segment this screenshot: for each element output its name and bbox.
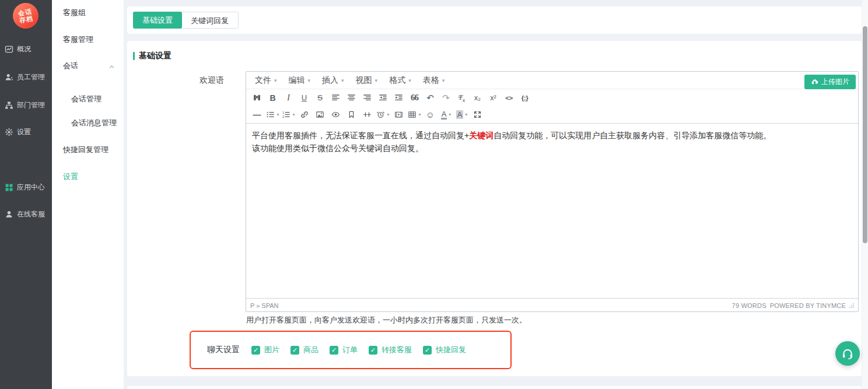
fullscreen-button[interactable] [470, 108, 485, 122]
sidebar-item-staff[interactable]: 员工管理 [0, 72, 52, 82]
blockquote-icon: 66 [411, 93, 418, 103]
image-button[interactable] [313, 108, 327, 122]
link-icon [300, 110, 309, 119]
smiley-icon: ☺ [426, 110, 435, 120]
undo-button[interactable]: ↶ [423, 91, 438, 105]
sub-item-session[interactable]: 会话 [63, 61, 78, 71]
chat-option-order[interactable]: ✓ 订单 [330, 345, 358, 355]
horizontal-rule-button[interactable]: — [250, 108, 264, 122]
background-color-button[interactable]: A▾ [454, 108, 469, 122]
remove-format-button[interactable]: Tx [454, 91, 469, 105]
sub-item-service-management[interactable]: 客服管理 [63, 34, 93, 45]
sidebar-item-label: 设置 [17, 127, 31, 137]
element-path[interactable]: P » SPAN [250, 302, 279, 309]
code-sample-button[interactable]: {;} [517, 91, 532, 105]
checkbox-checked-icon[interactable]: ✓ [423, 346, 432, 355]
sidebar-item-online-service[interactable]: 在线客服 [0, 209, 52, 219]
search-replace-button[interactable] [250, 91, 264, 105]
scrollbar-thumb[interactable] [863, 26, 867, 243]
code-icon: <> [505, 94, 512, 101]
tab-basic-settings[interactable]: 基础设置 [133, 12, 182, 29]
strikethrough-button[interactable]: S [313, 91, 327, 105]
sidebar-item-settings[interactable]: 设置 [0, 127, 52, 137]
chat-option-image[interactable]: ✓ 图片 [251, 345, 279, 355]
chat-option-transfer[interactable]: ✓ 转接客服 [369, 345, 412, 355]
align-center-button[interactable] [344, 91, 359, 105]
overview-icon [5, 45, 13, 54]
indent-icon [394, 93, 403, 102]
tab-bar: 基础设置 关键词回复 [133, 12, 239, 29]
media-button[interactable] [391, 108, 406, 122]
binoculars-icon [253, 93, 261, 102]
text-color-button[interactable]: A▾ [439, 108, 453, 122]
align-left-button[interactable] [328, 91, 343, 105]
sub-item-quick-reply-management[interactable]: 快捷回复管理 [63, 145, 108, 155]
chevron-down-icon: ▾ [276, 112, 279, 117]
editor-paragraph: 该功能使用类似于微信公众号关键词自动回复。 [252, 142, 852, 155]
sidebar-item-app-center[interactable]: 应用中心 [0, 183, 52, 192]
sub-item-service-group[interactable]: 客服组 [63, 8, 86, 18]
subscript-button[interactable]: x₂ [470, 91, 485, 105]
tab-keyword-reply[interactable]: 关键词回复 [181, 12, 239, 29]
sub-item-session-message-management[interactable]: 会话消息管理 [71, 118, 117, 128]
chevron-down-icon: ▾ [274, 78, 277, 83]
underline-button[interactable]: U [297, 91, 312, 105]
chat-option-quick-reply[interactable]: ✓ 快捷回复 [423, 345, 466, 355]
editor-content[interactable]: 平台使用客服插件，无法保证客服一直在线，通过自动回复+关键词自动回复功能，可以实… [246, 124, 858, 298]
sidebar-item-label: 在线客服 [17, 209, 45, 219]
indent-button[interactable] [391, 91, 406, 105]
editor-paragraph: 平台使用客服插件，无法保证客服一直在线，通过自动回复+关键词自动回复功能，可以实… [252, 129, 852, 142]
sub-item-settings-active[interactable]: 设置 [63, 171, 78, 182]
person-icon [5, 210, 13, 219]
code-button[interactable]: <> [502, 91, 516, 105]
cloud-upload-icon [811, 78, 818, 86]
code-sample-icon: {;} [522, 94, 528, 101]
customer-service-float-button[interactable] [835, 341, 860, 366]
tabs-card: 基础设置 关键词回复 [127, 6, 862, 34]
anchor-button[interactable] [344, 108, 359, 122]
table-button[interactable]: ▾ [407, 108, 422, 122]
preview-button[interactable] [328, 108, 343, 122]
menu-format[interactable]: 格式▾ [383, 75, 417, 86]
blockquote-button[interactable]: 66 [407, 91, 422, 105]
italic-button[interactable]: I [281, 91, 296, 105]
sidebar-item-label: 员工管理 [17, 72, 45, 82]
sub-item-session-management[interactable]: 会话管理 [71, 94, 102, 104]
resize-grip-icon[interactable] [849, 303, 854, 308]
menu-file[interactable]: 文件▾ [249, 75, 283, 86]
link-button[interactable] [297, 108, 312, 122]
outdent-button[interactable] [376, 91, 390, 105]
chevron-up-icon[interactable] [108, 62, 115, 72]
app-logo[interactable]: 会话 存档 [11, 1, 40, 30]
checkbox-checked-icon[interactable]: ✓ [251, 346, 260, 355]
word-count[interactable]: 79 WORDS [732, 302, 766, 309]
emoticons-button[interactable]: ☺ [423, 108, 438, 122]
sidebar-item-label: 概况 [17, 44, 31, 54]
align-right-button[interactable] [360, 91, 374, 105]
checkbox-checked-icon[interactable]: ✓ [330, 346, 338, 355]
numbered-list-icon: 12 [282, 110, 290, 119]
menu-table[interactable]: 表格▾ [417, 75, 451, 86]
bold-button[interactable]: B [265, 91, 280, 105]
menu-insert[interactable]: 插入▾ [316, 75, 350, 86]
numbered-list-button[interactable]: 12▾ [281, 108, 296, 122]
staff-icon [5, 73, 13, 82]
bookmark-icon [347, 110, 356, 119]
checkbox-checked-icon[interactable]: ✓ [290, 346, 299, 355]
check-icon: ✓ [331, 346, 337, 354]
page-break-button[interactable] [360, 108, 374, 122]
chat-option-product[interactable]: ✓ 商品 [290, 345, 318, 355]
bullet-list-button[interactable]: ▾ [265, 108, 280, 122]
insert-datetime-button[interactable]: ▾ [376, 108, 390, 122]
superscript-button[interactable]: x² [486, 91, 501, 105]
menu-view[interactable]: 视图▾ [350, 75, 384, 86]
sidebar-item-overview[interactable]: 概况 [0, 44, 52, 54]
upload-image-button[interactable]: 上传图片 [804, 75, 856, 89]
menu-edit[interactable]: 编辑▾ [283, 75, 317, 86]
checkbox-checked-icon[interactable]: ✓ [369, 346, 377, 355]
section-accent-bar [133, 52, 135, 60]
sidebar-item-department[interactable]: 部门管理 [0, 100, 52, 110]
redo-button[interactable]: ↷ [439, 91, 453, 105]
chevron-down-icon: ▾ [408, 78, 411, 83]
branding[interactable]: POWERED BY TINYMCE [770, 302, 846, 309]
